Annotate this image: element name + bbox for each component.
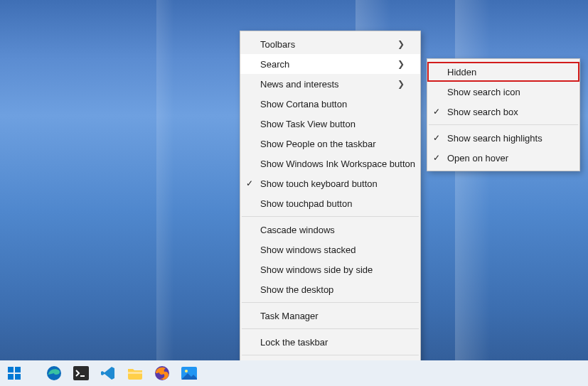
- check-icon: ✓: [433, 153, 440, 163]
- menu-item-label: Show touch keyboard button: [260, 178, 405, 189]
- taskbar: [0, 360, 588, 386]
- svg-rect-0: [8, 367, 14, 372]
- submenu-item-open-on-hover[interactable]: ✓ Open on hover: [427, 148, 579, 168]
- search-submenu: Hidden Show search icon ✓ Show search bo…: [427, 58, 580, 171]
- menu-item-show-windows-side-by-side[interactable]: Show windows side by side: [240, 259, 420, 279]
- taskbar-context-menu: Toolbars ❯ Search ❯ News and interests ❯…: [240, 31, 421, 382]
- menu-item-task-manager[interactable]: Task Manager: [240, 306, 420, 326]
- menu-separator: [242, 302, 419, 303]
- svg-rect-3: [15, 374, 21, 380]
- menu-item-label: Lock the taskbar: [260, 337, 405, 348]
- menu-item-label: Toolbars: [260, 39, 397, 50]
- menu-item-label: Open on hover: [447, 153, 564, 163]
- menu-item-label: Show People on the taskbar: [260, 139, 405, 149]
- menu-item-lock-taskbar[interactable]: Lock the taskbar: [240, 332, 420, 352]
- menu-item-label: Show touchpad button: [260, 198, 405, 209]
- vscode-icon: [100, 365, 116, 381]
- terminal-button[interactable]: [71, 363, 91, 383]
- svg-rect-5: [73, 366, 89, 380]
- edge-button[interactable]: [44, 363, 64, 383]
- edge-icon: [46, 365, 62, 381]
- menu-item-label: Show windows stacked: [260, 245, 405, 255]
- photos-button[interactable]: [179, 363, 199, 383]
- explorer-button[interactable]: [125, 363, 145, 383]
- menu-item-label: Show Windows Ink Workspace button: [260, 159, 415, 169]
- check-icon: ✓: [246, 178, 253, 188]
- firefox-icon: [154, 365, 170, 381]
- photos-icon: [181, 367, 197, 380]
- menu-item-label: Show the desktop: [260, 284, 405, 295]
- menu-item-show-task-view[interactable]: Show Task View button: [240, 114, 420, 134]
- menu-item-label: News and interests: [260, 79, 397, 90]
- chevron-right-icon: ❯: [397, 39, 405, 49]
- menu-item-search[interactable]: Search ❯: [240, 54, 420, 74]
- menu-item-cascade-windows[interactable]: Cascade windows: [240, 220, 420, 240]
- svg-rect-2: [8, 374, 14, 380]
- svg-point-10: [185, 370, 188, 372]
- menu-separator: [242, 216, 419, 217]
- menu-item-show-desktop[interactable]: Show the desktop: [240, 279, 420, 299]
- menu-item-news-interests[interactable]: News and interests ❯: [240, 74, 420, 94]
- menu-item-show-cortana[interactable]: Show Cortana button: [240, 94, 420, 114]
- submenu-item-hidden[interactable]: Hidden: [427, 62, 579, 82]
- menu-item-label: Search: [260, 59, 397, 70]
- menu-item-toolbars[interactable]: Toolbars ❯: [240, 34, 420, 54]
- menu-separator: [242, 328, 419, 329]
- file-explorer-icon: [127, 367, 143, 380]
- svg-rect-7: [128, 372, 142, 374]
- chevron-right-icon: ❯: [397, 79, 405, 89]
- menu-item-label: Show search highlights: [447, 133, 564, 144]
- check-icon: ✓: [433, 133, 440, 143]
- menu-item-label: Show search icon: [447, 87, 564, 97]
- menu-item-show-people[interactable]: Show People on the taskbar: [240, 134, 420, 154]
- menu-item-label: Show Cortana button: [260, 99, 405, 109]
- start-button[interactable]: [4, 363, 24, 383]
- check-icon: ✓: [433, 107, 440, 117]
- menu-separator: [429, 124, 578, 125]
- menu-item-show-windows-stacked[interactable]: Show windows stacked: [240, 240, 420, 259]
- windows-icon: [8, 367, 21, 380]
- menu-item-show-touch-keyboard[interactable]: ✓ Show touch keyboard button: [240, 173, 420, 193]
- menu-item-label: Hidden: [447, 67, 564, 77]
- svg-rect-1: [15, 367, 21, 372]
- menu-item-label: Show Task View button: [260, 119, 405, 129]
- vscode-button[interactable]: [98, 363, 118, 383]
- menu-item-label: Cascade windows: [260, 225, 405, 235]
- terminal-icon: [73, 366, 89, 380]
- menu-item-label: Task Manager: [260, 311, 405, 321]
- menu-item-show-touchpad[interactable]: Show touchpad button: [240, 193, 420, 213]
- menu-item-label: Show windows side by side: [260, 264, 405, 275]
- chevron-right-icon: ❯: [397, 59, 405, 69]
- menu-item-label: Show search box: [447, 107, 564, 117]
- submenu-item-show-search-box[interactable]: ✓ Show search box: [427, 102, 579, 122]
- firefox-button[interactable]: [152, 363, 172, 383]
- submenu-item-show-search-highlights[interactable]: ✓ Show search highlights: [427, 128, 579, 148]
- submenu-item-show-search-icon[interactable]: Show search icon: [427, 82, 579, 102]
- menu-separator: [242, 355, 419, 355]
- menu-item-show-ink-workspace[interactable]: Show Windows Ink Workspace button: [240, 154, 420, 173]
